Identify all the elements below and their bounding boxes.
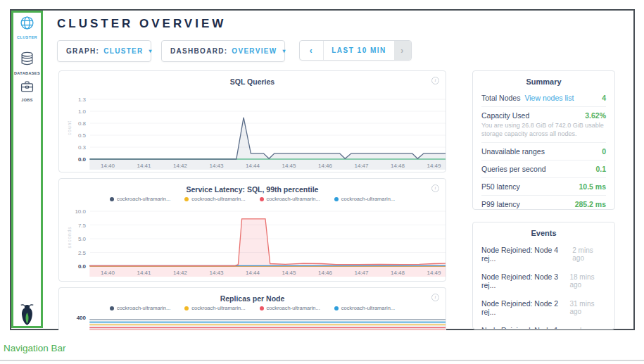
legend-dot [334,306,339,310]
event-message[interactable]: Node Rejoined: Node 2 rej... [481,299,569,316]
svg-text:2.5: 2.5 [78,250,87,256]
svg-text:0.3: 0.3 [78,144,87,151]
svg-text:14:47: 14:47 [354,270,369,276]
chart-title: Service Latency: SQL, 99th percentile [59,185,446,194]
sidebar-item-label: CLUSTER [13,35,42,39]
view-nodes-list-link[interactable]: View nodes list [524,94,574,102]
chart-title: Replicas per Node [59,294,446,303]
chevron-down-icon: ▾ [149,48,153,54]
summary-row-total-nodes: Total Nodes View nodes list 4 [481,89,606,106]
event-message[interactable]: Node Rejoined: Node 1 rej... [481,326,570,330]
svg-text:1.0: 1.0 [78,108,87,115]
svg-text:14:46: 14:46 [318,270,333,276]
database-icon [20,51,34,66]
event-time: 18 mins ago [569,273,606,289]
svg-text:14:44: 14:44 [246,270,260,276]
svg-text:14:47: 14:47 [354,163,369,169]
svg-text:14:45: 14:45 [282,270,296,276]
svg-text:5.0: 5.0 [78,236,87,242]
legend-dot [260,306,264,310]
summary-row-unavailable-ranges: Unavailable ranges 0 [481,142,606,160]
event-row: Node Rejoined: Node 2 rej... 31 mins ago [481,294,606,321]
svg-text:14:48: 14:48 [391,163,405,169]
sidebar-item-databases[interactable]: DATABASES [13,51,42,75]
event-message[interactable]: Node Rejoined: Node 3 rej... [481,272,569,289]
summary-value: 3.62% [585,111,606,120]
summary-row-p99-latency: P99 latency 285.2 ms [481,195,606,210]
summary-label: Capacity Used [481,111,529,120]
legend-dot [184,306,189,310]
chart-card-service-latency: 14:4014:4114:4214:4314:4414:4514:4614:47… [58,178,446,282]
event-message[interactable]: Node Rejoined: Node 4 rej... [481,246,572,263]
event-time: an hour ago [570,327,606,330]
summary-value: 4 [602,94,606,102]
summary-subtext: You are using 26.8 GiB of 742.0 GiB usab… [481,120,606,138]
globe-icon [20,15,34,30]
legend-dot [184,197,189,201]
info-icon[interactable]: i [431,184,439,192]
time-window-next-button[interactable]: › [394,41,411,60]
graph-dropdown-label: GRAPH: [66,47,99,55]
svg-text:14:46: 14:46 [318,163,333,169]
navigation-bar-annotation-label: Navigation Bar [4,343,66,353]
chart-legend: cockroach-ultramarin... cockroach-ultram… [59,196,446,202]
time-window-prev-button[interactable]: ‹ [300,41,324,60]
svg-text:count: count [67,120,72,135]
svg-text:seconds: seconds [67,226,72,248]
svg-text:14:45: 14:45 [282,163,296,169]
sql-queries-plot: 14:4014:4114:4214:4314:4414:4514:4614:47… [59,71,446,172]
svg-text:400: 400 [77,315,87,321]
summary-row-queries-per-second: Queries per second 0.1 [481,160,606,177]
summary-value: 0 [602,147,606,156]
summary-row-capacity-used: Capacity Used 3.62% You are using 26.8 G… [481,106,606,142]
dashboard-dropdown-value: OVERVIEW [232,47,277,55]
svg-text:14:42: 14:42 [173,270,188,276]
svg-text:14:40: 14:40 [101,270,115,276]
svg-text:10.0: 10.0 [75,208,86,215]
cockroach-logo[interactable] [13,303,42,329]
cockroach-bug-icon [18,303,37,326]
svg-text:1.3: 1.3 [78,96,87,103]
info-icon[interactable]: i [431,294,439,301]
summary-label: P50 latency [481,182,520,191]
screenshot-canvas: CLUSTER DATABASES JOBS [0,0,644,364]
svg-text:0.8: 0.8 [78,120,87,127]
legend-item: cockroach-ultramarin... [334,305,395,311]
chart-legend: cockroach-ultramarin... cockroach-ultram… [59,305,446,311]
summary-value: 10.5 ms [579,182,606,191]
svg-text:14:44: 14:44 [246,163,260,169]
events-panel: Events Node Rejoined: Node 4 rej... 2 mi… [472,222,615,330]
info-icon[interactable]: i [431,77,439,84]
sidebar-item-label: JOBS [13,98,42,102]
chevron-down-icon: ▾ [282,48,286,54]
legend-dot [110,197,114,201]
summary-value: 0.1 [595,165,606,173]
svg-text:7.5: 7.5 [78,222,87,229]
legend-dot [334,197,339,201]
graph-dropdown[interactable]: GRAPH: CLUSTER ▾ [57,40,151,62]
event-time: 2 mins ago [572,246,606,262]
svg-text:14:43: 14:43 [209,270,224,276]
time-window-range-button[interactable]: LAST 10 MIN [324,41,394,60]
legend-dot [260,197,264,201]
event-row: Node Rejoined: Node 3 rej... 18 mins ago [481,268,606,294]
event-row: Node Rejoined: Node 4 rej... 2 mins ago [481,241,606,268]
legend-item: cockroach-ultramarin... [110,305,170,311]
svg-text:14:41: 14:41 [137,270,151,276]
event-row: Node Rejoined: Node 1 rej... an hour ago [481,321,606,330]
svg-text:14:48: 14:48 [391,270,405,276]
sidebar-item-jobs[interactable]: JOBS [13,80,42,102]
dashboard-dropdown-label: DASHBOARD: [170,47,227,55]
svg-text:14:40: 14:40 [101,163,115,169]
svg-text:0.0: 0.0 [78,156,87,163]
summary-label: Total Nodes [481,94,520,102]
legend-item: cockroach-ultramarin... [260,305,320,311]
sidebar-item-cluster[interactable]: CLUSTER [13,15,42,39]
summary-label: Unavailable ranges [481,147,545,156]
chart-card-replicas-per-node: 400 Replicas per Node i cockroach-ultram… [58,287,446,330]
summary-title: Summary [481,71,606,89]
dashboard-dropdown[interactable]: DASHBOARD: OVERVIEW ▾ [161,40,285,62]
legend-dot [110,306,114,310]
summary-value: 285.2 ms [575,200,606,208]
time-window-selector: ‹ LAST 10 MIN › [299,40,412,61]
